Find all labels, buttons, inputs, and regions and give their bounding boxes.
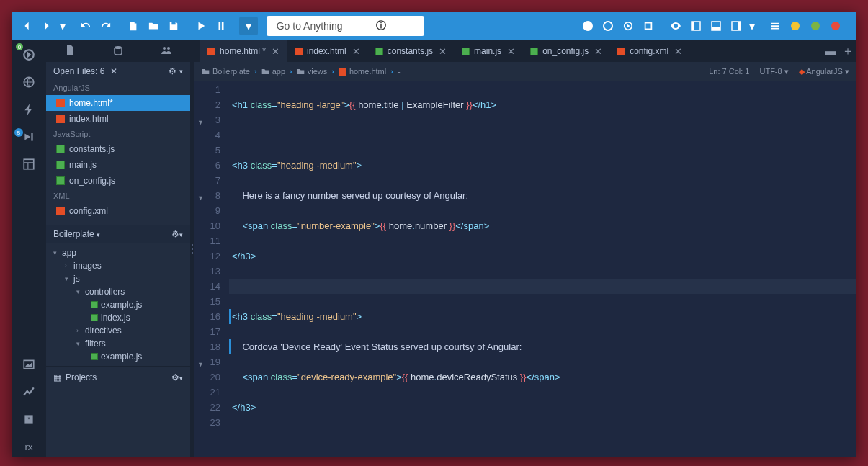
tree-folder-images[interactable]: ›images [46,259,190,272]
maximize-button[interactable] [806,17,825,35]
nav-back-button[interactable] [17,17,36,35]
svg-rect-1 [645,23,652,30]
record-macro-button[interactable] [578,17,597,35]
close-icon[interactable]: ✕ [674,46,682,57]
minimize-button[interactable] [786,17,805,35]
activity-image-icon[interactable] [17,354,40,375]
activity-globe-icon[interactable] [17,72,40,92]
close-icon[interactable]: ✕ [594,46,602,57]
file-item-home[interactable]: home.html* [46,95,190,111]
save-button[interactable] [164,17,183,35]
close-icon[interactable]: ✕ [272,46,279,57]
svg-rect-7 [738,22,741,30]
pane-dropdown-button[interactable]: ▾ [747,17,757,35]
open-file-button[interactable] [144,17,163,35]
tab-config[interactable]: config.xml✕ [610,40,690,62]
close-icon[interactable]: ✕ [439,46,447,57]
editor-area: home.html *✕ index.html✕ constants.js✕ m… [194,40,856,457]
svg-point-16 [115,46,122,49]
open-files-header[interactable]: Open Files: 6 ✕ ⚙▾ [46,62,190,81]
category-js: JavaScript [46,127,190,141]
goto-placeholder: Go to Anything [274,20,345,32]
play-button[interactable] [192,17,210,35]
bottom-pane-button[interactable] [707,17,725,35]
svg-point-17 [163,47,166,50]
code-editor[interactable]: 12 ▼3 4567 ▼8 9101112 131415161718 ▼19 2… [194,81,856,457]
sidebar-people-icon[interactable] [161,45,172,58]
menu-button[interactable] [766,17,784,35]
code-content[interactable]: <h1 class="heading -large">{{ home.title… [229,81,856,457]
crumb-symbol[interactable]: - [398,67,401,76]
tree-folder-js[interactable]: ▾js [46,272,190,285]
status-language[interactable]: ◆ AngularJS ▾ [799,67,849,76]
tree-folder-app[interactable]: ▾app [46,246,190,259]
tab-list-button[interactable]: ▬ [822,40,839,62]
file-item-onconfig[interactable]: on_config.js [46,173,190,189]
pause-button[interactable] [212,17,231,35]
new-file-button[interactable] [124,17,143,35]
undo-button[interactable] [76,17,95,35]
record-save-button[interactable] [639,17,658,35]
record-pause-button[interactable] [599,17,617,35]
activity-regex-icon[interactable]: rx [17,436,40,457]
activity-bar: * rx [12,40,46,457]
category-angular: AngularJS [46,81,190,95]
sidebar: Open Files: 6 ✕ ⚙▾ AngularJS home.html* … [46,40,190,457]
file-item-constants[interactable]: constants.js [46,141,190,157]
svg-text:*: * [27,416,30,423]
activity-notifications-icon[interactable] [17,45,40,65]
tree-folder-filters[interactable]: ▾filters [46,337,190,350]
tree-file-example[interactable]: example.js [46,298,190,311]
tree-file-example2[interactable]: example.js [46,350,190,363]
crumb-views[interactable]: views [297,67,328,76]
gear-icon[interactable]: ⚙▾ [171,372,183,382]
gear-icon[interactable]: ⚙▾ [171,229,183,239]
crumb-root[interactable]: Boilerplate [202,67,250,76]
close-icon[interactable]: ✕ [352,46,360,57]
tree-file-indexjs[interactable]: index.js [46,311,190,324]
gear-icon[interactable]: ⚙ [169,66,176,76]
crumb-app[interactable]: app [261,67,285,76]
new-tab-button[interactable]: ＋ [839,40,856,62]
svg-point-18 [167,47,170,50]
run-dropdown-button[interactable]: ▾ [239,17,258,35]
goto-anything-input[interactable]: Go to Anything ⓘ [267,16,424,36]
tab-constants[interactable]: constants.js✕ [368,40,455,62]
nav-dropdown-button[interactable]: ▾ [58,17,68,35]
activity-debug-icon[interactable] [17,127,40,147]
file-item-main[interactable]: main.js [46,157,190,173]
record-play-button[interactable] [619,17,637,35]
activity-bolt-icon[interactable] [17,99,40,120]
close-window-button[interactable] [826,17,845,35]
close-icon[interactable]: ✕ [507,46,515,57]
right-pane-button[interactable] [727,17,746,35]
nav-forward-button[interactable] [37,17,56,35]
tree-folder-controllers[interactable]: ▾controllers [46,285,190,298]
file-item-index[interactable]: index.html [46,111,190,127]
status-position[interactable]: Ln: 7 Col: 1 [709,67,749,76]
project-tree: ▾app ›images ▾js ▾controllers example.js… [46,243,190,366]
close-icon[interactable]: ✕ [110,66,117,76]
crumb-file[interactable]: home.html [339,67,386,76]
tab-index[interactable]: index.html✕ [287,40,368,62]
activity-layout-icon[interactable] [17,154,40,174]
line-gutter: 12 ▼3 4567 ▼8 9101112 131415161718 ▼19 2… [194,81,229,457]
activity-snippet-icon[interactable]: * [17,409,40,429]
tab-main[interactable]: main.js✕ [455,40,523,62]
svg-rect-10 [31,133,32,140]
file-item-config[interactable]: config.xml [46,203,190,219]
project-tree-header[interactable]: Boilerplate ▾ ⚙▾ [46,225,190,243]
projects-footer[interactable]: ▦Projects ⚙▾ [46,366,190,388]
focus-mode-button[interactable] [666,17,685,35]
category-xml: XML [46,189,190,203]
sidebar-files-icon[interactable] [64,45,76,58]
sidebar-db-icon[interactable] [112,45,124,58]
tree-folder-directives[interactable]: ›directives [46,324,190,337]
svg-rect-5 [712,27,720,30]
left-pane-button[interactable] [686,17,705,35]
status-encoding[interactable]: UTF-8 ▾ [759,67,788,76]
activity-chart-icon[interactable] [17,382,40,402]
tab-onconfig[interactable]: on_config.js✕ [523,40,610,62]
redo-button[interactable] [97,17,115,35]
tab-home[interactable]: home.html *✕ [200,40,287,62]
